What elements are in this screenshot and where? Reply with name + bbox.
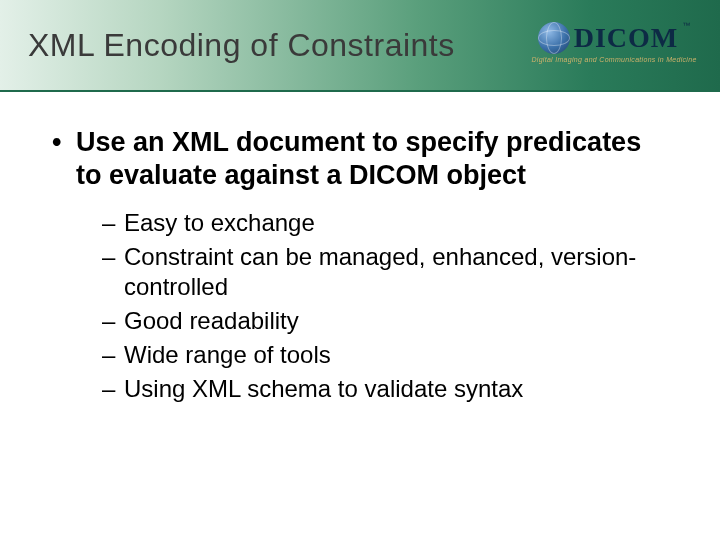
slide-body: Use an XML document to specify predicate… — [0, 92, 720, 404]
bullet-list-level1: Use an XML document to specify predicate… — [48, 126, 672, 404]
slide-header: XML Encoding of Constraints DICOM ™ Digi… — [0, 0, 720, 92]
slide: XML Encoding of Constraints DICOM ™ Digi… — [0, 0, 720, 540]
sub-bullet-text: Using XML schema to validate syntax — [124, 375, 523, 402]
dicom-logo: DICOM ™ Digital Imaging and Communicatio… — [530, 12, 698, 72]
sub-bullet-text: Easy to exchange — [124, 209, 315, 236]
sub-bullet-text: Wide range of tools — [124, 341, 331, 368]
slide-title: XML Encoding of Constraints — [0, 27, 455, 64]
list-item: Use an XML document to specify predicate… — [48, 126, 672, 404]
list-item: Wide range of tools — [102, 340, 672, 370]
logo-subtitle: Digital Imaging and Communications in Me… — [531, 56, 696, 63]
main-bullet-text: Use an XML document to specify predicate… — [76, 127, 641, 190]
logo-text: DICOM — [574, 22, 679, 54]
list-item: Good readability — [102, 306, 672, 336]
list-item: Constraint can be managed, enhanced, ver… — [102, 242, 672, 302]
bullet-list-level2: Easy to exchange Constraint can be manag… — [76, 208, 672, 404]
sub-bullet-text: Good readability — [124, 307, 299, 334]
sub-bullet-text: Constraint can be managed, enhanced, ver… — [124, 243, 636, 300]
logo-main: DICOM ™ — [538, 22, 691, 54]
list-item: Using XML schema to validate syntax — [102, 374, 672, 404]
trademark-icon: ™ — [682, 21, 690, 30]
list-item: Easy to exchange — [102, 208, 672, 238]
globe-icon — [538, 22, 570, 54]
